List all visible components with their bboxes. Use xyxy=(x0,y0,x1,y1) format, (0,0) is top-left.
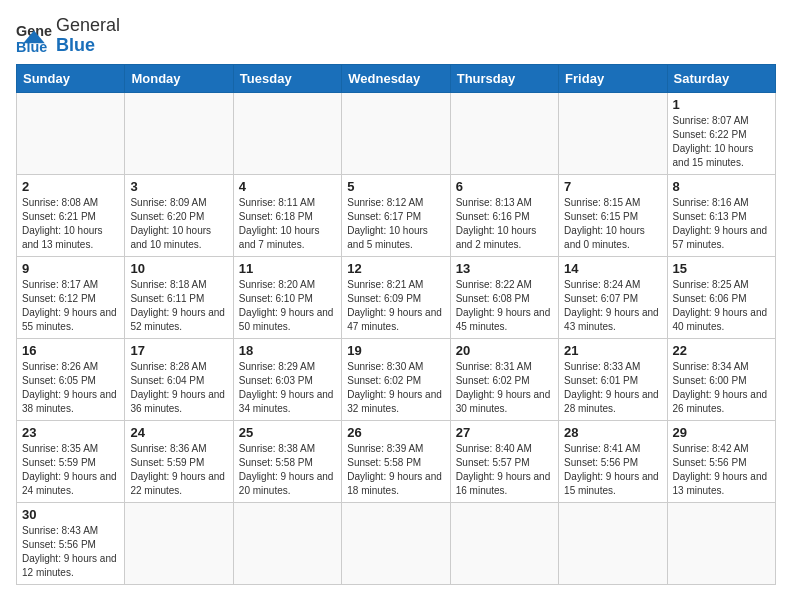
day-cell: 16Sunrise: 8:26 AM Sunset: 6:05 PM Dayli… xyxy=(17,338,125,420)
day-number: 30 xyxy=(22,507,119,522)
day-info: Sunrise: 8:11 AM Sunset: 6:18 PM Dayligh… xyxy=(239,196,336,252)
day-info: Sunrise: 8:42 AM Sunset: 5:56 PM Dayligh… xyxy=(673,442,770,498)
day-number: 19 xyxy=(347,343,444,358)
day-cell: 12Sunrise: 8:21 AM Sunset: 6:09 PM Dayli… xyxy=(342,256,450,338)
day-info: Sunrise: 8:08 AM Sunset: 6:21 PM Dayligh… xyxy=(22,196,119,252)
day-number: 22 xyxy=(673,343,770,358)
day-number: 27 xyxy=(456,425,553,440)
day-cell xyxy=(233,502,341,584)
day-info: Sunrise: 8:21 AM Sunset: 6:09 PM Dayligh… xyxy=(347,278,444,334)
day-number: 29 xyxy=(673,425,770,440)
day-info: Sunrise: 8:35 AM Sunset: 5:59 PM Dayligh… xyxy=(22,442,119,498)
day-number: 8 xyxy=(673,179,770,194)
day-info: Sunrise: 8:12 AM Sunset: 6:17 PM Dayligh… xyxy=(347,196,444,252)
day-info: Sunrise: 8:29 AM Sunset: 6:03 PM Dayligh… xyxy=(239,360,336,416)
svg-text:Blue: Blue xyxy=(16,39,47,54)
day-info: Sunrise: 8:22 AM Sunset: 6:08 PM Dayligh… xyxy=(456,278,553,334)
day-cell: 29Sunrise: 8:42 AM Sunset: 5:56 PM Dayli… xyxy=(667,420,775,502)
day-cell xyxy=(450,92,558,174)
day-number: 14 xyxy=(564,261,661,276)
week-row-2: 9Sunrise: 8:17 AM Sunset: 6:12 PM Daylig… xyxy=(17,256,776,338)
day-info: Sunrise: 8:24 AM Sunset: 6:07 PM Dayligh… xyxy=(564,278,661,334)
day-number: 7 xyxy=(564,179,661,194)
day-number: 13 xyxy=(456,261,553,276)
day-number: 17 xyxy=(130,343,227,358)
day-info: Sunrise: 8:20 AM Sunset: 6:10 PM Dayligh… xyxy=(239,278,336,334)
day-number: 2 xyxy=(22,179,119,194)
day-info: Sunrise: 8:36 AM Sunset: 5:59 PM Dayligh… xyxy=(130,442,227,498)
calendar-header-row: SundayMondayTuesdayWednesdayThursdayFrid… xyxy=(17,64,776,92)
day-info: Sunrise: 8:25 AM Sunset: 6:06 PM Dayligh… xyxy=(673,278,770,334)
col-header-thursday: Thursday xyxy=(450,64,558,92)
day-number: 26 xyxy=(347,425,444,440)
day-cell: 10Sunrise: 8:18 AM Sunset: 6:11 PM Dayli… xyxy=(125,256,233,338)
day-info: Sunrise: 8:43 AM Sunset: 5:56 PM Dayligh… xyxy=(22,524,119,580)
day-cell xyxy=(559,502,667,584)
col-header-monday: Monday xyxy=(125,64,233,92)
day-info: Sunrise: 8:39 AM Sunset: 5:58 PM Dayligh… xyxy=(347,442,444,498)
day-cell: 24Sunrise: 8:36 AM Sunset: 5:59 PM Dayli… xyxy=(125,420,233,502)
day-cell: 21Sunrise: 8:33 AM Sunset: 6:01 PM Dayli… xyxy=(559,338,667,420)
week-row-5: 30Sunrise: 8:43 AM Sunset: 5:56 PM Dayli… xyxy=(17,502,776,584)
day-cell: 26Sunrise: 8:39 AM Sunset: 5:58 PM Dayli… xyxy=(342,420,450,502)
day-info: Sunrise: 8:15 AM Sunset: 6:15 PM Dayligh… xyxy=(564,196,661,252)
day-number: 5 xyxy=(347,179,444,194)
day-number: 24 xyxy=(130,425,227,440)
day-number: 20 xyxy=(456,343,553,358)
day-cell xyxy=(342,92,450,174)
logo: General Blue General Blue xyxy=(16,16,120,56)
day-cell: 28Sunrise: 8:41 AM Sunset: 5:56 PM Dayli… xyxy=(559,420,667,502)
day-cell xyxy=(450,502,558,584)
day-info: Sunrise: 8:40 AM Sunset: 5:57 PM Dayligh… xyxy=(456,442,553,498)
day-cell: 3Sunrise: 8:09 AM Sunset: 6:20 PM Daylig… xyxy=(125,174,233,256)
day-cell: 23Sunrise: 8:35 AM Sunset: 5:59 PM Dayli… xyxy=(17,420,125,502)
day-number: 6 xyxy=(456,179,553,194)
day-info: Sunrise: 8:31 AM Sunset: 6:02 PM Dayligh… xyxy=(456,360,553,416)
day-info: Sunrise: 8:33 AM Sunset: 6:01 PM Dayligh… xyxy=(564,360,661,416)
day-cell: 27Sunrise: 8:40 AM Sunset: 5:57 PM Dayli… xyxy=(450,420,558,502)
page-header: General Blue General Blue xyxy=(16,16,776,56)
day-number: 11 xyxy=(239,261,336,276)
day-cell xyxy=(559,92,667,174)
day-cell: 30Sunrise: 8:43 AM Sunset: 5:56 PM Dayli… xyxy=(17,502,125,584)
day-cell: 11Sunrise: 8:20 AM Sunset: 6:10 PM Dayli… xyxy=(233,256,341,338)
day-cell: 7Sunrise: 8:15 AM Sunset: 6:15 PM Daylig… xyxy=(559,174,667,256)
day-cell: 1Sunrise: 8:07 AM Sunset: 6:22 PM Daylig… xyxy=(667,92,775,174)
col-header-friday: Friday xyxy=(559,64,667,92)
day-number: 25 xyxy=(239,425,336,440)
day-info: Sunrise: 8:38 AM Sunset: 5:58 PM Dayligh… xyxy=(239,442,336,498)
day-cell xyxy=(667,502,775,584)
col-header-saturday: Saturday xyxy=(667,64,775,92)
day-info: Sunrise: 8:16 AM Sunset: 6:13 PM Dayligh… xyxy=(673,196,770,252)
day-cell: 25Sunrise: 8:38 AM Sunset: 5:58 PM Dayli… xyxy=(233,420,341,502)
day-info: Sunrise: 8:18 AM Sunset: 6:11 PM Dayligh… xyxy=(130,278,227,334)
col-header-tuesday: Tuesday xyxy=(233,64,341,92)
logo-icon: General Blue xyxy=(16,18,52,54)
col-header-sunday: Sunday xyxy=(17,64,125,92)
day-info: Sunrise: 8:13 AM Sunset: 6:16 PM Dayligh… xyxy=(456,196,553,252)
day-cell xyxy=(342,502,450,584)
day-number: 3 xyxy=(130,179,227,194)
day-cell xyxy=(233,92,341,174)
day-number: 4 xyxy=(239,179,336,194)
day-number: 23 xyxy=(22,425,119,440)
day-cell: 19Sunrise: 8:30 AM Sunset: 6:02 PM Dayli… xyxy=(342,338,450,420)
logo-blue-text: Blue xyxy=(56,36,120,56)
day-number: 18 xyxy=(239,343,336,358)
calendar: SundayMondayTuesdayWednesdayThursdayFrid… xyxy=(16,64,776,585)
day-info: Sunrise: 8:28 AM Sunset: 6:04 PM Dayligh… xyxy=(130,360,227,416)
day-cell: 18Sunrise: 8:29 AM Sunset: 6:03 PM Dayli… xyxy=(233,338,341,420)
day-cell: 13Sunrise: 8:22 AM Sunset: 6:08 PM Dayli… xyxy=(450,256,558,338)
day-number: 28 xyxy=(564,425,661,440)
week-row-3: 16Sunrise: 8:26 AM Sunset: 6:05 PM Dayli… xyxy=(17,338,776,420)
day-info: Sunrise: 8:17 AM Sunset: 6:12 PM Dayligh… xyxy=(22,278,119,334)
day-cell: 2Sunrise: 8:08 AM Sunset: 6:21 PM Daylig… xyxy=(17,174,125,256)
day-info: Sunrise: 8:07 AM Sunset: 6:22 PM Dayligh… xyxy=(673,114,770,170)
day-number: 15 xyxy=(673,261,770,276)
col-header-wednesday: Wednesday xyxy=(342,64,450,92)
day-number: 12 xyxy=(347,261,444,276)
week-row-4: 23Sunrise: 8:35 AM Sunset: 5:59 PM Dayli… xyxy=(17,420,776,502)
day-info: Sunrise: 8:30 AM Sunset: 6:02 PM Dayligh… xyxy=(347,360,444,416)
week-row-1: 2Sunrise: 8:08 AM Sunset: 6:21 PM Daylig… xyxy=(17,174,776,256)
day-cell xyxy=(17,92,125,174)
